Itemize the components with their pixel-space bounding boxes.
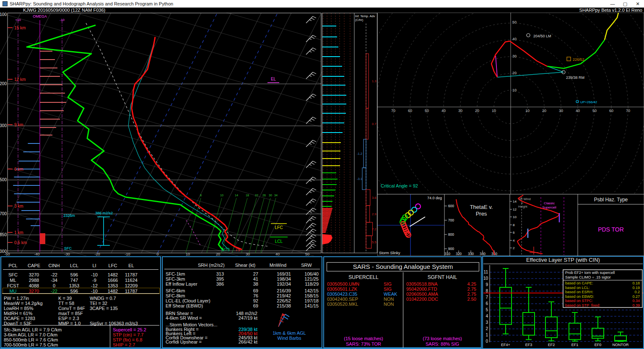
hodo-ring-label: 70 xyxy=(626,109,630,113)
kin-srw-value: 158/15 xyxy=(294,293,319,298)
skewt-panel[interactable]: 810141822263034OMEGA+10-1015 km12 km9 km… xyxy=(0,13,322,256)
sars-match-id[interactable]: 03050518.BNA xyxy=(406,281,438,286)
kin-mnwind-value: 215/38 xyxy=(265,303,291,308)
thermo-stat: TT = 58 xyxy=(58,301,74,306)
stp-category-label: EF3 xyxy=(525,343,532,347)
parcel-cell: -34 xyxy=(44,278,64,283)
wind-barb-legend-icon xyxy=(273,311,293,328)
parcel-col-header: LCL xyxy=(64,263,84,268)
stp-y-tick: 11 xyxy=(484,270,488,274)
tempadv-value: 3.6 xyxy=(372,196,376,200)
hodo-ring-label: 40 xyxy=(512,37,517,41)
parcel-cell: 1666 xyxy=(103,278,123,283)
mixing-ratio-label: 22 xyxy=(255,194,258,197)
maximize-button[interactable]: ▢ xyxy=(619,1,631,7)
stp-prob-label: based on CAPE: xyxy=(565,281,593,285)
sounding-id-label: KJWG 20160509/0000 (12Z NAM F036) xyxy=(23,8,105,13)
sars-match-id[interactable]: 01042200.DDC xyxy=(406,297,438,302)
thetae-y-tick: 600 xyxy=(448,204,454,208)
tempadv-value: -3.1 xyxy=(357,177,362,181)
hodo-ring-label: 50 xyxy=(592,109,597,113)
stp-y-tick: 7 xyxy=(486,295,488,300)
sars-match-category: SIG xyxy=(384,286,392,292)
storm-motion-label: Corfidi Upshear = xyxy=(166,339,202,344)
parcel-cell: 2988 xyxy=(24,278,44,283)
temp-label: 30 xyxy=(246,252,250,256)
srwind-panel[interactable]: 1412108642SR Windv.HeightClassicSupercel… xyxy=(510,194,578,256)
sars-match-id[interactable]: 03050423.C35 xyxy=(327,292,357,297)
hodo-ring-label: 20 xyxy=(512,71,517,75)
surface-dewpoint-label: 6/79 xyxy=(221,247,230,252)
kin-row-label: LCL-EL (Cloud Layer) xyxy=(166,298,210,303)
critical-angle-label: Critical Angle = 92 xyxy=(381,183,418,188)
sars-panel[interactable]: SARS - Sounding Analogue SystemSUPERCELL… xyxy=(323,256,482,348)
sars-match-id[interactable]: 03050520.MKL xyxy=(327,302,358,307)
thermo-stat: LowRH = 85% xyxy=(4,306,34,311)
omega-bar-block xyxy=(40,233,45,244)
kin-row-label: SFC-8km xyxy=(166,293,185,298)
parcel-col-header: LFC xyxy=(103,263,123,268)
srwind-title: Height xyxy=(518,205,528,208)
stp-legend-title: Sample CLIMO = .15 sigtor xyxy=(565,275,611,279)
temp-label: 0 xyxy=(156,252,158,256)
sars-match-id[interactable]: 03050501.LZK xyxy=(327,286,357,292)
app-icon xyxy=(3,1,8,6)
sars-supercell-result: SARS: 73% TOR xyxy=(324,341,403,346)
thermo-stat: MeanW = 14.2g/kg xyxy=(4,301,43,306)
hodograph-panel[interactable]: 5040302010706050403020101020304050607020… xyxy=(377,13,644,194)
srwind-y-tick: 4 xyxy=(513,239,515,242)
kin-mnwind-value: 216/39 xyxy=(265,288,291,293)
stp-title: Effective Layer STP (with CIN) xyxy=(526,257,600,263)
graphic xyxy=(284,317,288,319)
divider xyxy=(2,293,159,294)
stp-prob-value: 0.18 xyxy=(632,281,640,285)
storm-slinky-panel[interactable]: 74.0 degStorm Slinky xyxy=(377,194,444,256)
thetae-x-tick: 320 xyxy=(456,252,462,256)
stp-y-tick: 2 xyxy=(486,326,488,331)
mixing-ratio-label: 30 xyxy=(269,194,272,197)
sars-match-category: SIG xyxy=(384,281,392,286)
sars-match-id[interactable]: 95042000.FTD xyxy=(406,286,437,292)
stp-category-label: EF0 xyxy=(595,343,602,347)
lapse-rate-stat: 700-500mb LR = 7.5 C/km xyxy=(4,342,58,347)
thetae-panel[interactable]: 600700800900310320330340350ThetaE v.Pres xyxy=(444,194,510,256)
close-button[interactable]: ✕ xyxy=(631,1,644,7)
thetae-y-tick: 900 xyxy=(448,247,454,251)
el-label: EL xyxy=(271,77,276,81)
hazard-panel[interactable]: Psbl Haz. TypePDS TOR xyxy=(578,194,644,256)
stp-prob-value: 0.39 xyxy=(632,303,640,307)
stp-boxplot-panel: Effective Layer STP (with CIN)0123456789… xyxy=(482,256,644,349)
hodo-ring-label: 30 xyxy=(559,109,563,113)
temp-label: -40 xyxy=(34,252,39,256)
hodo-ring-label: 10 xyxy=(525,109,530,113)
stp-y-tick: 10 xyxy=(483,276,488,281)
sars-match-id[interactable]: 03050500.UMN xyxy=(327,281,359,286)
kin-stat-label: 4-6km SR Wind = xyxy=(166,315,202,320)
stp-prob-label: based on EBWD: xyxy=(565,294,594,299)
eff-srh-label: 386 m2/s2 xyxy=(95,211,113,215)
kin-srw-value: 121/25 xyxy=(294,276,319,281)
left-mover-label: 204/50 LM xyxy=(533,34,551,38)
temp-label: 40 xyxy=(275,252,280,256)
hodo-ring-label: 20 xyxy=(475,109,479,113)
minimize-button[interactable]: — xyxy=(606,1,619,7)
window-title: SHARPpy: Sounding and Hodograph Analysis… xyxy=(10,1,606,6)
height-label: 0.5 km xyxy=(14,240,27,245)
window-titlebar[interactable]: SHARPpy: Sounding and Hodograph Analysis… xyxy=(0,0,644,8)
sars-match-id[interactable]: 03042400.SEP xyxy=(327,297,358,302)
kin-row-label: SFC-6km xyxy=(166,288,185,293)
stp-prob-value: 0.27 xyxy=(632,294,640,299)
parcel-cell: 596 xyxy=(64,272,84,277)
thetae-title: Pres xyxy=(476,211,487,217)
divider xyxy=(2,325,159,326)
classic-supercell-label: Classic xyxy=(544,201,555,205)
pressure-label: 300 xyxy=(0,123,7,128)
stp-prob-label: based on STP_fixed: xyxy=(565,303,600,307)
thermo-stat: K = 39 xyxy=(58,296,72,301)
eff-height-label: 2325m xyxy=(63,214,75,218)
sfc-label: SFC xyxy=(64,246,72,250)
height-label: 9 km xyxy=(14,122,23,127)
sars-match-id[interactable]: 02060500.AMA xyxy=(406,292,438,297)
kin-row-label: Eff Shear (EBWD) xyxy=(166,303,203,308)
kin-srw-value: 142/15 xyxy=(294,288,319,293)
